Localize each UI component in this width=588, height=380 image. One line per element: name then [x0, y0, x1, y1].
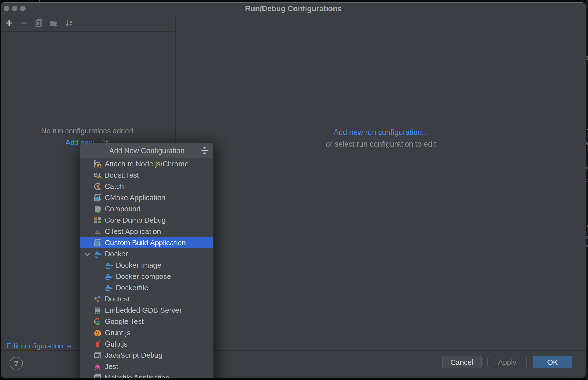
ok-button[interactable]: OK	[533, 356, 572, 368]
configuration-details-panel: Add new run configuration... or select r…	[176, 15, 586, 351]
collapse-icon[interactable]	[200, 146, 209, 157]
config-type-label: Core Dump Debug	[105, 216, 166, 225]
cancel-button[interactable]: Cancel	[442, 356, 482, 368]
background-code-glyph: -	[586, 126, 588, 132]
titlebar: Run/Debug Configurations	[1, 3, 586, 15]
docker-icon	[104, 261, 113, 270]
add-new-run-configuration-link[interactable]: Add new run configuration...	[333, 128, 428, 137]
config-type-dockerfile[interactable]: Dockerfile	[80, 282, 213, 293]
config-type-google-test[interactable]: Google Test	[80, 316, 213, 327]
background-code-glyph: V	[586, 141, 588, 146]
minimize-window-button[interactable]	[12, 6, 17, 11]
close-window-button[interactable]	[4, 6, 9, 11]
attach-node-icon: JS	[93, 160, 102, 168]
config-type-label: Docker	[105, 250, 128, 258]
background-editor-sliver: 1-Vrntt)cv	[586, 0, 588, 380]
background-code-glyph: t	[586, 177, 588, 183]
config-type-makefile-application[interactable]: MMakefile Application	[80, 372, 213, 378]
config-type-label: Custom Build Application	[105, 238, 186, 247]
config-type-label: Docker-compose	[116, 272, 171, 281]
config-type-javascript-debug[interactable]: JavaScript Debug	[80, 350, 213, 361]
config-type-label: Doctest	[105, 295, 130, 303]
dialog-title: Run/Debug Configurations	[1, 3, 586, 15]
background-window-edge	[39, 0, 40, 2]
docker-icon	[93, 250, 102, 258]
edit-configuration-templates-link[interactable]: Edit configuration te	[6, 342, 71, 350]
docker-icon	[104, 283, 113, 292]
config-type-core-dump-debug[interactable]: Core Dump Debug	[80, 214, 213, 226]
config-type-label: Boost.Test	[105, 171, 139, 180]
configurations-toolbar: a z	[1, 15, 175, 32]
new-folder-icon	[50, 19, 58, 28]
config-type-label: Gulp.js	[105, 340, 128, 348]
svg-text:JS: JS	[97, 164, 101, 167]
toolbar-sort-alphabetically-button[interactable]: a z	[64, 19, 73, 28]
boost-test-icon: BT	[93, 171, 102, 180]
help-button[interactable]: ?	[10, 357, 23, 370]
background-code-glyph: c	[586, 234, 588, 240]
config-type-label: Makefile Application	[105, 374, 170, 378]
empty-state-message: No run configurations added.	[1, 127, 175, 135]
config-type-label: Attach to Node.js/Chrome	[105, 160, 189, 168]
compound-icon	[93, 205, 102, 213]
add-new-configuration-popup: Add New Configuration JSAttach to Node.j…	[80, 143, 214, 378]
config-type-boost-test[interactable]: BT Boost.Test	[80, 169, 213, 181]
background-code-glyph: v	[586, 243, 588, 249]
chevron-down-icon[interactable]	[83, 250, 92, 261]
config-type-cmake-application[interactable]: CMake Application	[80, 192, 213, 203]
js-debug-icon	[93, 351, 102, 360]
background-code-glyph: r	[586, 153, 588, 158]
catch-icon	[93, 182, 102, 191]
gulp-icon	[93, 340, 102, 348]
config-type-label: Catch	[105, 182, 124, 191]
toolbar-copy-button[interactable]	[34, 19, 43, 28]
toolbar-remove-button[interactable]	[19, 19, 28, 28]
window-controls	[4, 6, 26, 11]
doctest-icon	[93, 295, 102, 303]
select-configuration-hint: or select run configuration to edit	[176, 140, 586, 149]
config-type-docker-compose[interactable]: Docker-compose	[80, 271, 213, 282]
config-type-label: CMake Application	[105, 193, 165, 202]
background-code-glyph: t	[586, 200, 588, 205]
background-code-glyph: )	[586, 223, 588, 229]
config-type-attach-to-node-js-chrome[interactable]: JSAttach to Node.js/Chrome	[80, 158, 213, 169]
config-type-docker[interactable]: Docker	[80, 248, 213, 260]
background-code-glyph: n	[586, 165, 588, 171]
config-type-doctest[interactable]: Doctest	[80, 293, 213, 305]
run-debug-configurations-dialog: Run/Debug Configurations a z No run conf…	[1, 2, 586, 378]
copy-icon	[35, 19, 43, 28]
cmake-app-icon	[93, 193, 102, 202]
config-type-embedded-gdb-server[interactable]: Embedded GDB Server	[80, 305, 213, 316]
sort-alphabetically-icon: a z	[64, 19, 73, 28]
config-type-label: Compound	[105, 205, 141, 213]
config-type-label: CTest Application	[105, 227, 161, 236]
configuration-type-list: JSAttach to Node.js/ChromeBT Boost.Test …	[80, 158, 213, 378]
config-type-docker-image[interactable]: Docker Image	[80, 260, 213, 271]
config-type-compound[interactable]: Compound	[80, 203, 213, 214]
config-type-grunt-js[interactable]: Grunt.js	[80, 327, 213, 338]
svg-text:a: a	[70, 19, 72, 23]
config-type-label: Dockerfile	[116, 283, 148, 292]
config-type-custom-build-application[interactable]: Custom Build Application	[80, 237, 213, 248]
config-type-gulp-js[interactable]: Gulp.js	[80, 338, 213, 350]
docker-icon	[104, 272, 113, 281]
config-type-label: Grunt.js	[105, 328, 130, 337]
config-type-label: Embedded GDB Server	[105, 306, 182, 315]
toolbar-new-folder-button[interactable]	[49, 19, 58, 28]
gdb-chip-icon	[93, 306, 102, 315]
config-type-ctest-application[interactable]: CTest Application	[80, 226, 213, 237]
svg-text:M: M	[96, 377, 99, 378]
svg-text:z: z	[70, 23, 72, 27]
zoom-window-button[interactable]	[20, 6, 26, 11]
jest-icon	[93, 362, 102, 371]
config-type-label: JavaScript Debug	[105, 351, 162, 360]
core-dump-icon	[93, 216, 102, 225]
apply-button[interactable]: Apply	[487, 356, 527, 368]
google-test-icon	[93, 317, 102, 326]
toolbar-add-button[interactable]	[5, 19, 14, 28]
config-type-jest[interactable]: Jest	[80, 361, 213, 372]
cmake-app-icon	[93, 238, 102, 247]
popup-title: Add New Configuration	[80, 143, 213, 158]
config-type-label: Docker Image	[116, 261, 161, 270]
config-type-catch[interactable]: Catch	[80, 181, 213, 192]
